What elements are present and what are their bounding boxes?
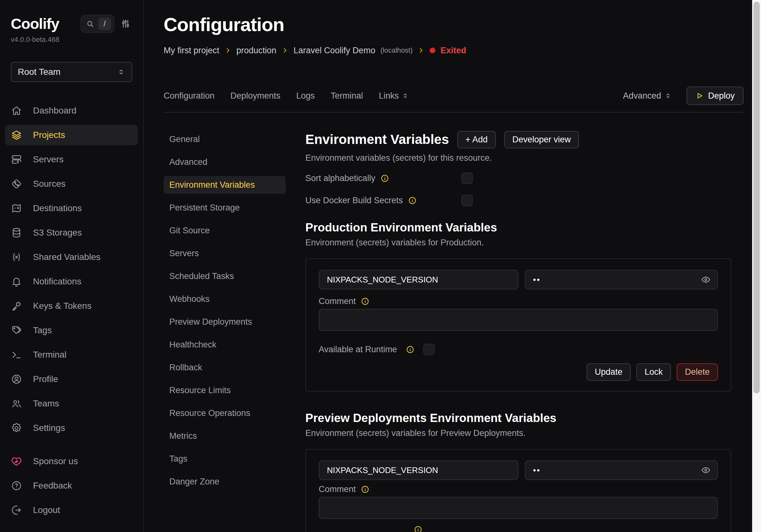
- sidebar-item-teams[interactable]: Teams: [5, 393, 138, 414]
- search-icon: [86, 20, 94, 28]
- sidebar: Coolify / v4.0.0-beta.468 Root Team Dash…: [0, 0, 144, 532]
- app-logo[interactable]: Coolify: [11, 14, 59, 33]
- info-icon[interactable]: [380, 174, 389, 183]
- sidebar-item-sources[interactable]: Sources: [5, 174, 138, 194]
- subnav-item-danger-zone[interactable]: Danger Zone: [164, 473, 286, 491]
- docker-build-secrets-checkbox[interactable]: [461, 195, 473, 206]
- comment-label-row: Comment: [319, 485, 718, 494]
- tag-icon: [11, 325, 22, 336]
- subnav-item-scheduled-tasks[interactable]: Scheduled Tasks: [164, 267, 286, 285]
- update-button[interactable]: Update: [587, 363, 631, 381]
- chevron-updown-icon: [117, 68, 125, 76]
- developer-view-button[interactable]: Developer view: [504, 131, 579, 148]
- user-circle-icon: [11, 374, 22, 385]
- eye-icon[interactable]: [701, 274, 711, 285]
- subnav-item-general[interactable]: General: [164, 130, 286, 148]
- sort-alphabetically-checkbox[interactable]: [461, 172, 473, 184]
- info-icon[interactable]: [406, 345, 414, 354]
- deploy-button[interactable]: Deploy: [686, 87, 743, 105]
- map-icon: [11, 203, 22, 214]
- tab-terminal[interactable]: Terminal: [331, 91, 363, 101]
- config-subnav: General Advanced Environment Variables P…: [164, 130, 286, 532]
- sidebar-item-feedback[interactable]: Feedback: [5, 476, 138, 496]
- subnav-item-tags[interactable]: Tags: [164, 450, 286, 468]
- subnav-item-resource-limits[interactable]: Resource Limits: [164, 382, 286, 399]
- tabs-row: Configuration Deployments Logs Terminal …: [164, 87, 743, 105]
- info-icon[interactable]: [408, 196, 417, 205]
- search-button[interactable]: /: [81, 15, 114, 33]
- sidebar-item-keys-tokens[interactable]: Keys & Tokens: [5, 296, 138, 316]
- sidebar-item-settings[interactable]: Settings: [5, 418, 138, 438]
- variable-key-input[interactable]: [319, 270, 518, 289]
- preview-variable-card: Comment: [305, 449, 731, 532]
- sidebar-item-terminal[interactable]: Terminal: [5, 345, 138, 365]
- chevron-right-icon: [418, 47, 425, 54]
- variable-value-wrap: [525, 270, 718, 289]
- available-at-runtime-checkbox[interactable]: [423, 344, 435, 355]
- tab-deployments[interactable]: Deployments: [230, 91, 281, 101]
- bell-icon: [11, 276, 22, 287]
- variable-value-wrap: [525, 460, 718, 480]
- status-badge: Exited: [440, 46, 466, 55]
- tabs-divider: [164, 112, 743, 113]
- available-at-runtime-row-clipped: [319, 525, 718, 532]
- sidebar-item-tags[interactable]: Tags: [5, 320, 138, 340]
- users-icon: [11, 398, 22, 409]
- tab-links[interactable]: Links: [379, 91, 409, 101]
- sidebar-item-shared-variables[interactable]: Shared Variables: [5, 247, 138, 267]
- sidebar-item-sponsor-us[interactable]: Sponsor us: [5, 451, 138, 471]
- sidebar-item-s3-storages[interactable]: S3 Storages: [5, 222, 138, 243]
- info-icon[interactable]: [361, 297, 370, 306]
- sidebar-item-dashboard[interactable]: Dashboard: [5, 100, 138, 121]
- variable-value-input[interactable]: [525, 460, 718, 480]
- subnav-item-advanced[interactable]: Advanced: [164, 153, 286, 171]
- panel-toggles: Sort alphabetically Use Docker Build Sec…: [305, 172, 731, 206]
- comment-textarea[interactable]: [319, 497, 718, 519]
- subnav-item-preview-deployments[interactable]: Preview Deployments: [164, 313, 286, 331]
- sidebar-footer: Sponsor us Feedback Logout: [0, 451, 143, 532]
- comment-label: Comment: [319, 485, 356, 494]
- eye-icon[interactable]: [701, 465, 711, 475]
- page-scrollbar[interactable]: [752, 0, 761, 532]
- advanced-dropdown[interactable]: Advanced: [623, 91, 672, 101]
- breadcrumb-environment[interactable]: production: [237, 46, 276, 55]
- variable-value-input[interactable]: [525, 270, 718, 289]
- subnav-item-environment-variables[interactable]: Environment Variables: [164, 176, 286, 194]
- breadcrumb-resource[interactable]: Laravel Coolify Demo: [294, 46, 376, 55]
- production-variable-card: Comment Available at Runtime Update Lock…: [305, 259, 731, 391]
- sidebar-item-projects[interactable]: Projects: [5, 125, 138, 145]
- subnav-item-webhooks[interactable]: Webhooks: [164, 290, 286, 308]
- info-icon[interactable]: [361, 485, 370, 494]
- filter-sliders-button[interactable]: [120, 18, 131, 29]
- sidebar-item-servers[interactable]: Servers: [5, 149, 138, 170]
- key-value-row: [319, 460, 718, 480]
- sidebar-item-profile[interactable]: Profile: [5, 369, 138, 389]
- breadcrumb-project[interactable]: My first project: [164, 46, 219, 55]
- tab-configuration[interactable]: Configuration: [164, 91, 215, 101]
- tab-logs[interactable]: Logs: [296, 91, 315, 101]
- comment-textarea[interactable]: [319, 309, 718, 331]
- subnav-item-persistent-storage[interactable]: Persistent Storage: [164, 199, 286, 216]
- variable-icon: [11, 252, 22, 263]
- sidebar-item-notifications[interactable]: Notifications: [5, 271, 138, 292]
- team-selector[interactable]: Root Team: [11, 62, 132, 82]
- info-icon[interactable]: [414, 525, 422, 532]
- subnav-item-healthcheck[interactable]: Healthcheck: [164, 336, 286, 353]
- sidebar-item-logout[interactable]: Logout: [5, 500, 138, 520]
- subnav-item-git-source[interactable]: Git Source: [164, 222, 286, 239]
- chevron-updown-icon: [664, 92, 672, 99]
- subnav-item-resource-operations[interactable]: Resource Operations: [164, 404, 286, 422]
- help-circle-icon: [11, 480, 22, 492]
- lock-button[interactable]: Lock: [636, 363, 671, 381]
- add-variable-button[interactable]: + Add: [457, 131, 496, 148]
- subnav-item-servers[interactable]: Servers: [164, 244, 286, 262]
- subnav-item-metrics[interactable]: Metrics: [164, 427, 286, 445]
- sidebar-item-destinations[interactable]: Destinations: [5, 198, 138, 218]
- variable-key-input[interactable]: [319, 460, 518, 480]
- subnav-item-rollback[interactable]: Rollback: [164, 359, 286, 376]
- delete-button[interactable]: Delete: [677, 363, 718, 381]
- scrollbar-thumb[interactable]: [753, 2, 760, 393]
- chevron-right-icon: [224, 47, 231, 54]
- sort-alphabetically-label: Sort alphabetically: [305, 173, 376, 183]
- production-section-subtitle: Environment (secrets) variables for Prod…: [305, 238, 731, 248]
